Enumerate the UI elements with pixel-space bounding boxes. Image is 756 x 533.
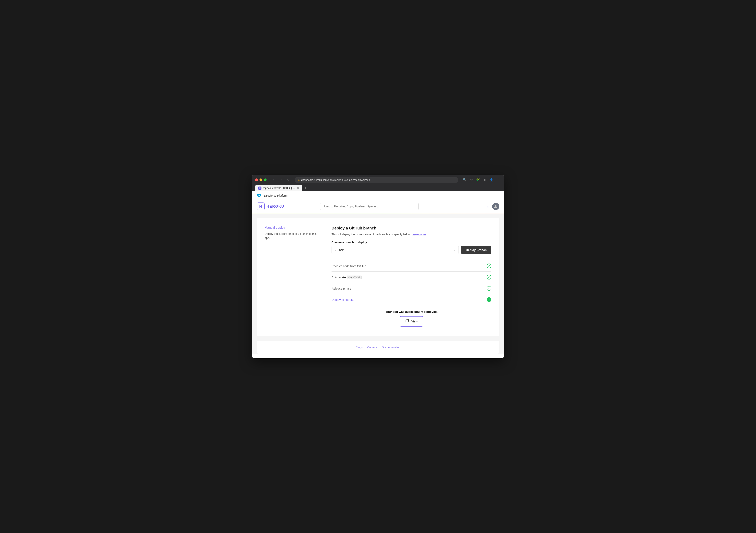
deploy-steps: Receive code from GitHub ✓ Build main de… (332, 260, 491, 305)
traffic-light-red[interactable] (255, 179, 258, 181)
commit-hash: de4a7a37 (347, 276, 362, 279)
search-icon[interactable]: 🔍 (462, 177, 467, 182)
tab-title: rapidapi-example · GitHub | He... (263, 187, 295, 189)
extensions-icon[interactable]: 🧩 (475, 177, 481, 182)
manual-deploy-title: Manual deploy (265, 226, 320, 230)
footer-link-blogs[interactable]: Blogs (356, 346, 363, 349)
git-branch-icon: ⑂ (335, 248, 337, 252)
branch-label: Choose a branch to deploy (332, 241, 491, 244)
content-layout: Manual deploy Deploy the current state o… (265, 226, 491, 326)
step-build-label: Build main de4a7a37 (332, 276, 362, 279)
browser-chrome: ← → ↻ 🔒 dashboard.heroku.com/apps/rapida… (252, 175, 504, 191)
heroku-brand-name: HEROKU (267, 205, 284, 209)
main-area: Manual deploy Deploy the current state o… (257, 218, 499, 336)
heroku-logo[interactable]: H HEROKU (257, 203, 284, 210)
svg-rect-5 (406, 320, 409, 322)
tab-close-icon[interactable]: ✕ (297, 186, 299, 190)
heroku-logo-letter: H (259, 204, 262, 209)
lock-icon: 🔒 (297, 179, 300, 181)
forward-button[interactable]: → (278, 177, 284, 182)
view-button-label: View (411, 320, 418, 323)
success-area: Your app was successfully deployed. View (332, 310, 491, 326)
deploy-step-heroku: Deploy to Heroku ✓ (332, 294, 491, 305)
tab-favicon: H (258, 186, 261, 190)
browser-window: ← → ↻ 🔒 dashboard.heroku.com/apps/rapida… (252, 175, 504, 358)
search-input[interactable] (320, 203, 418, 210)
heroku-search (320, 203, 418, 210)
browser-controls-bar: ← → ↻ 🔒 dashboard.heroku.com/apps/rapida… (255, 177, 501, 182)
deploy-step-build: Build main de4a7a37 ✓ (332, 272, 491, 283)
reload-button[interactable]: ↻ (285, 177, 291, 182)
tab-list-icon[interactable]: ≡ (482, 177, 487, 182)
deploy-step-release: Release phase ✓ (332, 283, 491, 294)
step-build-status: ✓ (487, 275, 491, 279)
profile-icon[interactable]: 👤 (489, 177, 494, 182)
section-desc-text: This will deploy the current state of th… (332, 233, 411, 236)
traffic-light-green[interactable] (264, 179, 267, 181)
salesforce-platform-name: Salesforce Platform (263, 194, 287, 197)
step-receive-code-status: ✓ (487, 264, 491, 268)
chevron-down-icon: ⌄ (453, 248, 456, 252)
success-text: Your app was successfully deployed. (332, 310, 491, 313)
build-branch-bold: main (339, 276, 346, 279)
heroku-logo-box: H (257, 203, 265, 210)
header-actions: ⠿ (487, 203, 499, 210)
user-avatar[interactable] (492, 203, 499, 210)
heroku-header: H HEROKU ⠿ (252, 200, 504, 213)
manual-deploy-desc: Deploy the current state of a branch to … (265, 232, 320, 240)
footer: Blogs Careers Documentation (257, 341, 499, 353)
traffic-light-yellow[interactable] (259, 179, 262, 181)
step-heroku-status: ✓ (487, 297, 491, 302)
branch-select-wrap: ⑂ main ⌄ (332, 246, 459, 254)
branch-select-row: ⑂ main ⌄ Deploy Branch (332, 246, 491, 254)
step-release-status: ✓ (487, 286, 491, 291)
right-content: Deploy a GitHub branch This will deploy … (332, 226, 491, 326)
page-content: SF Salesforce Platform H HEROKU ⠿ (252, 191, 504, 353)
browser-actions: 🔍 ☆ 🧩 ≡ 👤 ⋮ (462, 177, 501, 182)
branch-select[interactable]: main (338, 248, 451, 252)
step-release-label: Release phase (332, 287, 351, 290)
new-tab-button[interactable]: + (303, 186, 308, 190)
view-button-wrap: View (400, 316, 423, 326)
step-receive-code-label: Receive code from GitHub (332, 264, 366, 268)
url-text: dashboard.heroku.com/apps/rapidapi-examp… (301, 179, 370, 182)
build-label-pre: Build (332, 276, 339, 279)
view-icon (405, 319, 409, 324)
salesforce-bar: SF Salesforce Platform (252, 191, 504, 200)
footer-links: Blogs Careers Documentation (261, 346, 495, 349)
deploy-branch-button[interactable]: Deploy Branch (461, 246, 491, 254)
active-tab[interactable]: H rapidapi-example · GitHub | He... ✕ (255, 185, 302, 191)
address-bar-container: 🔒 dashboard.heroku.com/apps/rapidapi-exa… (295, 177, 458, 182)
section-title: Deploy a GitHub branch (332, 226, 491, 231)
learn-more-link[interactable]: Learn more (412, 233, 426, 236)
svg-text:H: H (259, 187, 260, 189)
left-sidebar: Manual deploy Deploy the current state o… (265, 226, 320, 326)
browser-nav: ← → ↻ (271, 177, 291, 182)
footer-link-documentation[interactable]: Documentation (382, 346, 400, 349)
grid-apps-icon[interactable]: ⠿ (487, 204, 490, 209)
svg-text:SF: SF (258, 194, 260, 196)
footer-link-careers[interactable]: Careers (367, 346, 377, 349)
deploy-step-receive-code: Receive code from GitHub ✓ (332, 260, 491, 272)
bookmark-icon[interactable]: ☆ (469, 177, 474, 182)
view-button[interactable]: View (401, 317, 422, 326)
back-button[interactable]: ← (271, 177, 277, 182)
section-desc-period: . (426, 233, 427, 236)
menu-icon[interactable]: ⋮ (495, 177, 501, 182)
step-heroku-label: Deploy to Heroku (332, 298, 354, 301)
browser-tabs: H rapidapi-example · GitHub | He... ✕ + (255, 185, 501, 191)
salesforce-logo: SF (257, 193, 261, 198)
section-desc: This will deploy the current state of th… (332, 233, 491, 236)
address-bar[interactable]: 🔒 dashboard.heroku.com/apps/rapidapi-exa… (295, 177, 458, 182)
